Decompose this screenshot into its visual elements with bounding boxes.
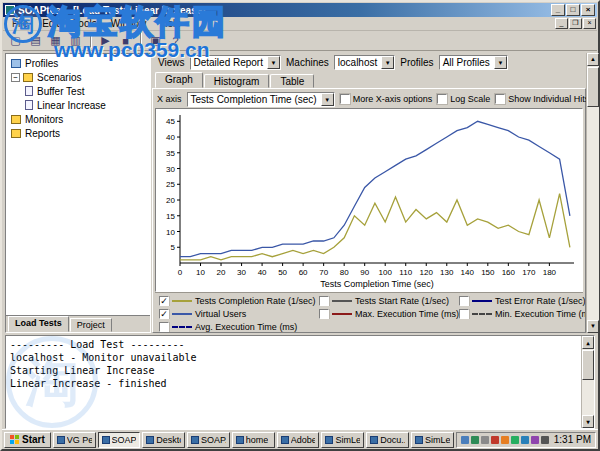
- menu-tools[interactable]: Tools: [66, 17, 103, 30]
- taskbar-button-1[interactable]: SOAP...: [98, 432, 141, 448]
- legend-checkbox[interactable]: ✓: [159, 296, 169, 306]
- log-scrollbar[interactable]: ▲ ▼: [581, 336, 594, 428]
- open-folder-icon[interactable]: ▤: [26, 33, 45, 49]
- chevron-down-icon[interactable]: ▼: [321, 93, 334, 106]
- show-individual-hits-checkbox[interactable]: [495, 94, 505, 104]
- maximize-button[interactable]: □: [566, 4, 580, 16]
- tab-load-tests[interactable]: Load Tests: [8, 316, 69, 332]
- menu-window[interactable]: Window: [104, 17, 154, 30]
- start-label: Start: [22, 434, 45, 445]
- profiles-select[interactable]: All Profiles▼: [439, 55, 508, 70]
- log-console[interactable]: --------- Load Test ---------localhost -…: [5, 335, 595, 429]
- menu-help[interactable]: Help: [153, 17, 188, 30]
- menu-edit[interactable]: Edit: [35, 17, 66, 30]
- volume-icon[interactable]: [461, 436, 469, 444]
- scroll-down-icon[interactable]: ▼: [582, 415, 594, 428]
- update-icon[interactable]: [521, 436, 529, 444]
- window-icon: [415, 436, 423, 444]
- scrollbar-thumb[interactable]: [587, 67, 599, 107]
- legend-checkbox[interactable]: [159, 322, 169, 332]
- system-tray: 1:31 PM: [456, 432, 596, 448]
- power-icon[interactable]: [531, 436, 539, 444]
- svg-text:130: 130: [440, 268, 454, 277]
- svg-text:150: 150: [481, 268, 495, 277]
- scroll-up-icon[interactable]: ▲: [582, 336, 594, 349]
- more-x-axis-options-checkbox[interactable]: [340, 94, 350, 104]
- tab-table[interactable]: Table: [270, 74, 314, 88]
- legend-label: Tests Start Rate (1/sec): [355, 296, 449, 306]
- save-icon[interactable]: ▦: [46, 33, 65, 49]
- checkbox-label: Log Scale: [450, 94, 490, 104]
- tree-item-label: Reports: [25, 128, 60, 139]
- chevron-down-icon[interactable]: ▼: [381, 56, 394, 69]
- tree-item-profiles[interactable]: Profiles: [6, 56, 150, 70]
- start-button[interactable]: Start: [4, 432, 51, 448]
- menu-file[interactable]: File: [5, 17, 35, 30]
- network-icon[interactable]: [471, 436, 479, 444]
- xaxis-select[interactable]: Tests Completion Time (sec)▼: [187, 92, 335, 107]
- tab-graph[interactable]: Graph: [155, 72, 203, 88]
- views-select[interactable]: Detailed Report▼: [190, 55, 281, 70]
- help-icon[interactable]: ?: [166, 33, 185, 49]
- tree-item-reports[interactable]: Reports: [6, 126, 150, 140]
- taskbar-button-3[interactable]: SOAP...: [187, 432, 230, 448]
- taskbar-clock: 1:31 PM: [554, 434, 591, 445]
- tree-item-buffer-test[interactable]: Buffer Test: [6, 84, 150, 98]
- dropdown-value: Tests Completion Time (sec): [191, 94, 321, 105]
- task-buttons: VG Pe...SOAP...DesktopSOAP...homeAdobe..…: [53, 432, 454, 448]
- stop-icon[interactable]: ■: [116, 33, 135, 49]
- taskbar-button-4[interactable]: home: [232, 432, 275, 448]
- minimize-button[interactable]: _: [551, 4, 565, 16]
- display-icon[interactable]: [481, 436, 489, 444]
- taskbar-button-8[interactable]: SimLe...: [411, 432, 454, 448]
- messenger-icon[interactable]: [511, 436, 519, 444]
- legend-item-tests-completion-rate-1-sec: ✓Tests Completion Rate (1/sec): [159, 296, 319, 306]
- machines-select[interactable]: localhost▼: [334, 55, 395, 70]
- log-lines: --------- Load Test ---------localhost -…: [10, 338, 578, 390]
- mdi-restore-button[interactable]: ❐: [569, 18, 582, 29]
- tree-item-monitors[interactable]: Monitors: [6, 112, 150, 126]
- mdi-minimize-button[interactable]: _: [555, 18, 568, 29]
- taskbar-button-label: SOAP...: [201, 435, 226, 445]
- legend-checkbox[interactable]: [459, 309, 469, 319]
- scheduler-icon[interactable]: [501, 436, 509, 444]
- log-line: localhost - Monitor unavailable: [10, 351, 578, 364]
- clock-sync-icon[interactable]: [541, 436, 549, 444]
- svg-text:110: 110: [399, 268, 412, 277]
- menu-bar: FileEditToolsWindowHelp _ ❐ ×: [3, 17, 597, 31]
- svg-text:20: 20: [217, 268, 226, 277]
- scrollbar-thumb[interactable]: [582, 350, 594, 380]
- close-button[interactable]: ×: [581, 4, 595, 16]
- report-scrollbar[interactable]: ▲ ▼: [586, 53, 599, 333]
- scroll-down-icon[interactable]: ▼: [587, 320, 599, 333]
- svg-text:35: 35: [166, 149, 175, 158]
- antivirus-icon[interactable]: [491, 436, 499, 444]
- report-icon[interactable]: ▣: [146, 33, 165, 49]
- legend-checkbox[interactable]: [459, 296, 469, 306]
- tab-histogram[interactable]: Histogram: [204, 74, 270, 88]
- taskbar-button-0[interactable]: VG Pe...: [53, 432, 96, 448]
- chevron-down-icon[interactable]: ▼: [267, 56, 280, 69]
- tab-project[interactable]: Project: [70, 318, 112, 332]
- machines-label: Machines: [286, 57, 329, 68]
- legend-checkbox[interactable]: [319, 309, 329, 319]
- svg-text:45: 45: [166, 117, 175, 126]
- tree-item-scenarios[interactable]: −Scenarios: [6, 70, 150, 84]
- views-bar: ViewsDetailed Report▼Machineslocalhost▼P…: [152, 53, 586, 72]
- chevron-down-icon[interactable]: ▼: [494, 56, 507, 69]
- print-icon[interactable]: ▥: [66, 33, 85, 49]
- run-icon[interactable]: ▶: [96, 33, 115, 49]
- tree-item-linear-increase[interactable]: Linear Increase: [6, 98, 150, 112]
- taskbar-button-7[interactable]: Docu...: [366, 432, 409, 448]
- legend-checkbox[interactable]: ✓: [159, 309, 169, 319]
- legend-checkbox[interactable]: [319, 296, 329, 306]
- collapse-icon[interactable]: −: [11, 73, 20, 82]
- log-scale-checkbox[interactable]: [437, 94, 447, 104]
- mdi-close-button[interactable]: ×: [583, 18, 596, 29]
- taskbar-button-6[interactable]: SimLe...: [321, 432, 364, 448]
- scroll-up-icon[interactable]: ▲: [587, 53, 599, 66]
- svg-text:70: 70: [319, 268, 328, 277]
- taskbar-button-5[interactable]: Adobe...: [277, 432, 320, 448]
- taskbar-button-2[interactable]: Desktop: [142, 432, 185, 448]
- new-file-icon[interactable]: ▢: [6, 33, 25, 49]
